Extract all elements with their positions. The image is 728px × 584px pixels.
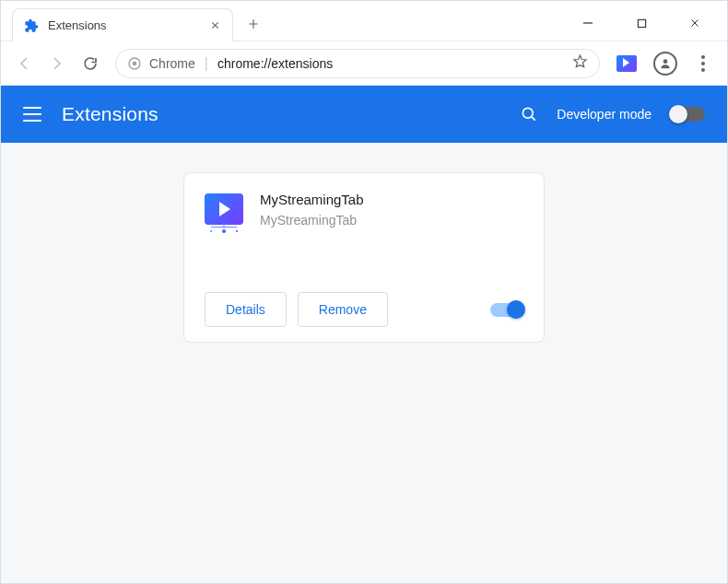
extension-puzzle-icon [24, 18, 39, 33]
chrome-secure-icon [127, 56, 142, 71]
close-tab-icon[interactable] [208, 19, 221, 32]
page-title: Extensions [62, 103, 159, 125]
extension-name: MyStreamingTab [260, 192, 364, 207]
extension-app-icon [205, 192, 243, 236]
forward-button[interactable] [43, 50, 71, 77]
omnibox[interactable]: Chrome | chrome://extensions [115, 49, 600, 78]
extension-description: MyStreamingTab [260, 213, 364, 228]
browser-tab[interactable]: Extensions [12, 8, 233, 41]
extensions-header: Extensions Developer mode [1, 86, 727, 143]
extension-toolbar-icon[interactable] [616, 55, 637, 72]
reload-button[interactable] [76, 50, 104, 77]
back-button[interactable] [10, 50, 38, 77]
search-icon[interactable] [520, 105, 538, 123]
window-controls [574, 1, 727, 32]
developer-mode-toggle[interactable] [670, 107, 705, 122]
developer-mode-label: Developer mode [557, 107, 652, 122]
extension-card: MyStreamingTab MyStreamingTab Details Re… [183, 172, 545, 343]
details-button[interactable]: Details [205, 292, 287, 327]
profile-avatar-icon[interactable] [653, 52, 677, 76]
titlebar: Extensions [1, 1, 727, 41]
minimize-button[interactable] [574, 14, 602, 32]
omnibox-protocol: Chrome [149, 56, 195, 71]
svg-point-3 [663, 59, 668, 64]
remove-button[interactable]: Remove [298, 292, 388, 327]
toolbar: Chrome | chrome://extensions [1, 41, 727, 86]
tab-title: Extensions [48, 18, 199, 32]
bookmark-star-icon[interactable] [572, 53, 588, 73]
close-window-button[interactable] [681, 14, 709, 32]
svg-point-2 [133, 61, 137, 65]
menu-hamburger-icon[interactable] [23, 107, 41, 122]
svg-rect-0 [638, 19, 645, 27]
content-area: MyStreamingTab MyStreamingTab Details Re… [1, 143, 727, 583]
chrome-menu-icon[interactable] [692, 53, 714, 75]
extension-enable-toggle[interactable] [490, 303, 523, 317]
new-tab-button[interactable] [241, 11, 266, 37]
svg-point-4 [523, 108, 534, 118]
maximize-button[interactable] [628, 14, 655, 32]
omnibox-url: chrome://extensions [217, 56, 333, 71]
omnibox-separator: | [205, 55, 208, 72]
